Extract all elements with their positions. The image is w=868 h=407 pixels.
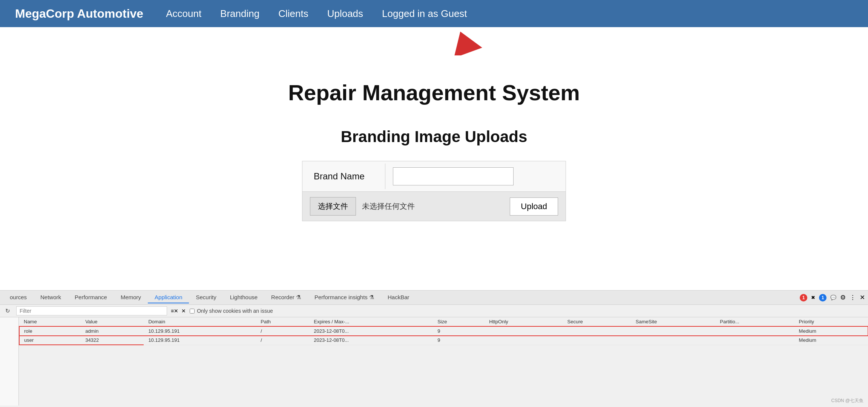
cookie-value: admin bbox=[81, 326, 144, 336]
col-httponly: HttpOnly bbox=[485, 317, 563, 326]
cookie-path: / bbox=[256, 326, 309, 336]
tab-security[interactable]: Security bbox=[189, 292, 223, 303]
page-title: Repair Management System bbox=[288, 80, 580, 105]
nav-uploads[interactable]: Uploads bbox=[327, 8, 363, 20]
cookie-size: 9 bbox=[433, 336, 485, 345]
only-show-issues-label: Only show cookies with an issue bbox=[190, 308, 273, 314]
col-domain: Domain bbox=[144, 317, 256, 326]
col-size: Size bbox=[433, 317, 485, 326]
close-filter-icon[interactable]: ✕ bbox=[181, 308, 186, 314]
col-partition: Partitio... bbox=[715, 317, 794, 326]
tab-recorder[interactable]: Recorder ⚗ bbox=[264, 292, 308, 304]
main-nav: Account Branding Clients Uploads Logged … bbox=[166, 8, 467, 20]
cookies-table-body: role admin 10.129.95.191 / 2023-12-08T0.… bbox=[19, 326, 868, 345]
close-devtools-button[interactable]: ✕ bbox=[860, 294, 865, 301]
tab-hackbar[interactable]: HackBar bbox=[381, 292, 416, 303]
file-no-selected-text: 未选择任何文件 bbox=[362, 201, 504, 211]
cookie-secure bbox=[563, 336, 631, 345]
devtools-content-area: Name Value Domain Path Expires / Max-...… bbox=[0, 317, 868, 405]
cookie-size: 9 bbox=[433, 326, 485, 336]
error-x-icon: ✖ bbox=[811, 295, 815, 300]
cookie-expires: 2023-12-08T0... bbox=[309, 326, 433, 336]
brand-name-input[interactable] bbox=[393, 167, 514, 185]
cookie-name: role bbox=[19, 326, 81, 336]
error-badge: 1 bbox=[800, 294, 807, 301]
col-priority: Priority bbox=[794, 317, 868, 326]
only-show-issues-text: Only show cookies with an issue bbox=[197, 308, 273, 314]
cookie-partition bbox=[715, 326, 794, 336]
section-title: Branding Image Uploads bbox=[341, 128, 528, 146]
tab-lighthouse[interactable]: Lighthouse bbox=[223, 292, 264, 303]
tab-network[interactable]: Network bbox=[34, 292, 68, 303]
tab-performance[interactable]: Performance bbox=[68, 292, 114, 303]
tab-sources[interactable]: ources bbox=[3, 292, 34, 303]
header: MegaCorp Automotive Account Branding Cli… bbox=[0, 0, 868, 27]
tab-application[interactable]: Application bbox=[148, 292, 189, 303]
cookie-httponly bbox=[485, 336, 563, 345]
devtools-right-icons: 1 ✖ 1 💬 ⚙ ⋮ ✕ bbox=[800, 294, 865, 301]
arrow-annotation bbox=[0, 27, 868, 57]
info-badge: 1 bbox=[819, 294, 827, 301]
cookie-partition bbox=[715, 336, 794, 345]
svg-marker-0 bbox=[446, 27, 482, 55]
main-content: Repair Management System Branding Image … bbox=[0, 57, 868, 236]
brand-name-label: Brand Name bbox=[302, 164, 385, 189]
col-path: Path bbox=[256, 317, 309, 326]
upload-button[interactable]: Upload bbox=[510, 197, 558, 216]
cookie-priority: Medium bbox=[794, 336, 868, 345]
brand-name-row: Brand Name bbox=[302, 161, 566, 192]
cookie-samesite bbox=[631, 336, 715, 345]
only-show-issues-checkbox[interactable] bbox=[190, 309, 195, 314]
brand-name-input-cell bbox=[385, 161, 566, 191]
info-icon: 💬 bbox=[830, 295, 836, 300]
nav-account[interactable]: Account bbox=[166, 8, 201, 20]
settings-button[interactable]: ⚙ bbox=[840, 294, 846, 301]
cookie-secure bbox=[563, 326, 631, 336]
col-value: Value bbox=[81, 317, 144, 326]
file-upload-row: 选择文件 未选择任何文件 Upload bbox=[302, 192, 566, 221]
devtools-panel: ources Network Performance Memory Applic… bbox=[0, 290, 868, 407]
devtools-main-area: Name Value Domain Path Expires / Max-...… bbox=[19, 317, 868, 405]
refresh-button[interactable]: ↻ bbox=[3, 306, 12, 315]
table-row[interactable]: user 34322 10.129.95.191 / 2023-12-08T0.… bbox=[19, 336, 868, 345]
cookie-samesite bbox=[631, 326, 715, 336]
watermark: CSDN @七天鱼 bbox=[831, 398, 863, 404]
choose-file-button[interactable]: 选择文件 bbox=[310, 197, 356, 216]
col-name: Name bbox=[19, 317, 81, 326]
clear-filter-icon[interactable]: ≡✕ bbox=[171, 308, 178, 314]
table-row[interactable]: role admin 10.129.95.191 / 2023-12-08T0.… bbox=[19, 326, 868, 336]
filter-input[interactable] bbox=[16, 306, 167, 315]
tab-perf-insights[interactable]: Performance insights ⚗ bbox=[308, 292, 381, 304]
col-samesite: SameSite bbox=[631, 317, 715, 326]
cookie-value: 34322 bbox=[81, 336, 144, 345]
cookie-httponly bbox=[485, 326, 563, 336]
nav-clients[interactable]: Clients bbox=[278, 8, 308, 20]
tab-memory[interactable]: Memory bbox=[114, 292, 148, 303]
devtools-sidebar-left bbox=[0, 317, 19, 405]
cookie-domain: 10.129.95.191 bbox=[144, 326, 256, 336]
col-secure: Secure bbox=[563, 317, 631, 326]
cookie-expires: 2023-12-08T0... bbox=[309, 336, 433, 345]
cookie-priority: Medium bbox=[794, 326, 868, 336]
nav-branding[interactable]: Branding bbox=[220, 8, 259, 20]
devtools-toolbar: ↻ ≡✕ ✕ Only show cookies with an issue bbox=[0, 305, 868, 317]
cookies-table: Name Value Domain Path Expires / Max-...… bbox=[19, 317, 868, 345]
brand-title: MegaCorp Automotive bbox=[15, 7, 143, 21]
cookie-name: user bbox=[19, 336, 81, 345]
table-header-row: Name Value Domain Path Expires / Max-...… bbox=[19, 317, 868, 326]
nav-logged-in[interactable]: Logged in as Guest bbox=[382, 8, 467, 20]
col-expires: Expires / Max-... bbox=[309, 317, 433, 326]
cookie-domain: 10.129.95.191 bbox=[144, 336, 256, 345]
filter-icons: ≡✕ ✕ bbox=[171, 308, 186, 314]
red-arrow-icon bbox=[442, 27, 487, 55]
more-button[interactable]: ⋮ bbox=[850, 294, 856, 301]
cookie-path: / bbox=[256, 336, 309, 345]
devtools-tabs: ources Network Performance Memory Applic… bbox=[0, 291, 868, 305]
upload-form: Brand Name 选择文件 未选择任何文件 Upload bbox=[302, 161, 566, 221]
